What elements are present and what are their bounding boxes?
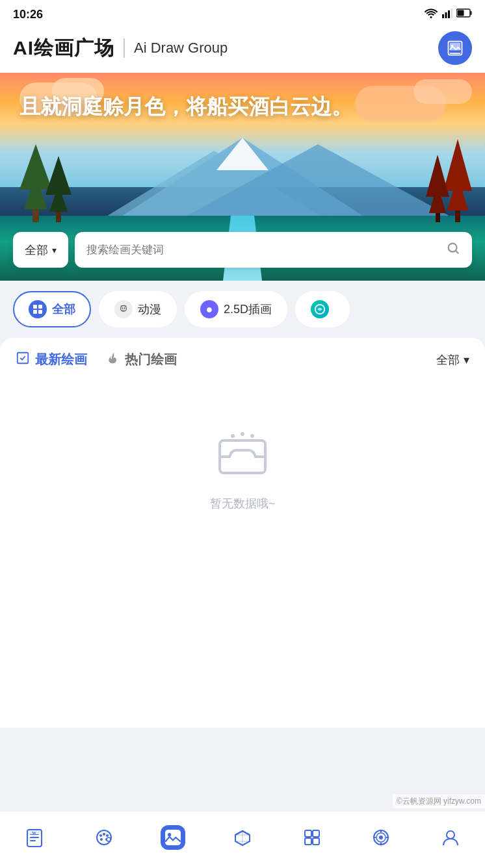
search-overlay: 全部 ▾	[13, 232, 472, 268]
svg-point-0	[430, 16, 432, 18]
tree-left-2	[46, 156, 72, 222]
nav-3d-icon	[230, 825, 255, 850]
bottom-nav: W	[0, 811, 485, 868]
status-time: 10:26	[13, 8, 43, 21]
svg-point-36	[107, 837, 111, 841]
svg-rect-14	[33, 305, 37, 309]
svg-rect-6	[471, 11, 472, 15]
tab-all[interactable]: 全部	[13, 291, 91, 327]
tab-all-icon	[29, 300, 47, 318]
filter-label: 全部	[436, 352, 460, 368]
svg-rect-7	[458, 10, 464, 16]
banner: 且就洞庭赊月色，将船买酒白云边。 全部 ▾	[0, 73, 485, 281]
empty-state-icon	[210, 418, 275, 483]
category-label: 全部	[25, 242, 48, 258]
header-action-button[interactable]	[438, 31, 472, 65]
nav-image-icon	[161, 825, 185, 850]
battery-icon	[456, 8, 472, 20]
svg-point-26	[250, 434, 254, 438]
chevron-down-icon: ▾	[52, 245, 57, 255]
svg-rect-1	[442, 14, 444, 18]
svg-rect-42	[305, 838, 311, 845]
header-title-english: Ai Draw Group	[134, 40, 228, 57]
tab-anime-icon	[114, 300, 133, 318]
latest-label: 最新绘画	[35, 351, 87, 368]
header-title-chinese: AI绘画广场	[13, 35, 114, 62]
tab-2-5d-label: 2.5D插画	[224, 301, 272, 317]
svg-rect-4	[451, 8, 453, 18]
nav-grid[interactable]	[289, 820, 335, 855]
svg-point-32	[103, 833, 105, 836]
section-header: 最新绘画 热门绘画 全部 ▾	[0, 338, 485, 379]
nav-image[interactable]	[150, 820, 196, 855]
svg-point-19	[122, 307, 123, 309]
svg-rect-40	[305, 830, 311, 837]
category-dropdown[interactable]: 全部 ▾	[13, 232, 68, 268]
tab-more[interactable]	[295, 291, 350, 327]
svg-line-13	[456, 251, 458, 253]
hot-label: 热门绘画	[125, 351, 177, 368]
status-bar: 10:26	[0, 0, 485, 26]
nav-palette-icon	[92, 825, 116, 850]
svg-point-51	[447, 831, 454, 839]
svg-point-31	[99, 834, 102, 837]
signal-icon	[442, 8, 452, 21]
svg-rect-22	[18, 353, 29, 364]
tab-anime-label: 动漫	[138, 301, 161, 317]
svg-rect-43	[313, 838, 319, 845]
tab-2-5d-icon: ●	[200, 300, 218, 318]
nav-word-icon: W	[22, 825, 47, 850]
nav-user[interactable]	[428, 820, 473, 855]
hot-icon	[107, 351, 120, 368]
search-input[interactable]	[86, 244, 439, 257]
svg-rect-16	[33, 310, 37, 314]
svg-text:W: W	[32, 830, 36, 836]
nav-target-icon	[369, 825, 393, 850]
search-submit-button[interactable]	[446, 241, 460, 259]
watermark: ©云帆资源网 yifzyw.com	[393, 795, 485, 808]
svg-rect-38	[166, 830, 181, 845]
tab-more-icon	[311, 300, 329, 318]
tab-hot[interactable]: 热门绘画	[107, 351, 196, 368]
filter-button[interactable]: 全部 ▾	[436, 352, 469, 368]
svg-point-25	[241, 432, 244, 436]
wifi-icon	[424, 8, 438, 21]
banner-text: 且就洞庭赊月色，将船买酒白云边。	[20, 92, 465, 121]
svg-rect-2	[445, 12, 447, 18]
svg-rect-3	[448, 10, 450, 18]
svg-point-35	[100, 838, 103, 841]
tab-2-5d[interactable]: ● 2.5D插画	[185, 291, 287, 327]
category-tabs: 全部 动漫 ● 2.5D插画	[0, 281, 485, 338]
tab-all-label: 全部	[52, 301, 75, 317]
nav-palette[interactable]	[81, 820, 127, 855]
search-bar	[75, 232, 472, 268]
filter-chevron-icon: ▾	[464, 353, 469, 367]
empty-state: 暂无数据哦~	[0, 379, 485, 550]
svg-point-33	[106, 834, 109, 837]
image-icon	[446, 39, 464, 57]
svg-point-12	[449, 244, 457, 252]
tree-right-2	[426, 155, 449, 222]
nav-word[interactable]: W	[12, 820, 57, 855]
svg-rect-17	[38, 310, 42, 314]
svg-point-24	[231, 434, 235, 438]
nav-target[interactable]	[358, 820, 404, 855]
svg-rect-15	[38, 305, 42, 309]
banner-background: 且就洞庭赊月色，将船买酒白云边。 全部 ▾	[0, 73, 485, 281]
latest-icon	[16, 351, 30, 368]
app-header: AI绘画广场 Ai Draw Group	[0, 26, 485, 73]
status-icons	[424, 8, 472, 21]
svg-point-46	[379, 836, 383, 839]
tab-latest[interactable]: 最新绘画	[16, 351, 107, 368]
empty-text: 暂无数据哦~	[210, 496, 276, 511]
content-section: 最新绘画 热门绘画 全部 ▾	[0, 338, 485, 728]
svg-point-20	[124, 307, 125, 309]
header-divider	[124, 38, 125, 58]
svg-rect-41	[313, 830, 319, 837]
header-title-group: AI绘画广场 Ai Draw Group	[13, 35, 228, 62]
nav-grid-icon	[300, 825, 324, 850]
nav-3d[interactable]	[220, 820, 265, 855]
mountains-back	[0, 138, 485, 222]
nav-user-icon	[438, 825, 463, 850]
tab-anime[interactable]: 动漫	[99, 291, 177, 327]
